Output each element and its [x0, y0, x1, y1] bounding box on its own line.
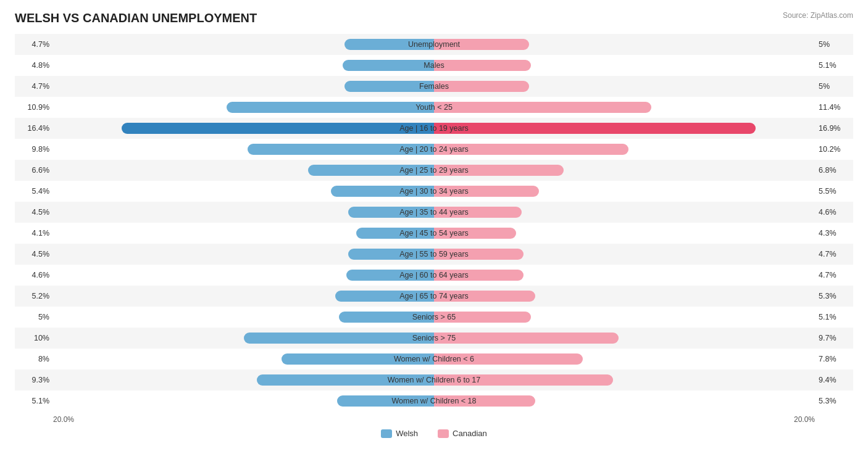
bars-center: Females — [53, 76, 815, 97]
left-bar-wrap — [53, 160, 434, 181]
right-value: 11.4% — [815, 103, 853, 112]
bars-center: Age | 20 to 24 years — [53, 139, 815, 160]
left-bar-wrap — [53, 139, 434, 160]
canadian-bar — [434, 249, 524, 260]
left-value: 9.8% — [15, 145, 53, 154]
bars-center: Women w/ Children < 6 — [53, 349, 815, 370]
welsh-bar — [346, 270, 434, 281]
right-bar-wrap — [434, 97, 815, 118]
left-value: 4.7% — [15, 40, 53, 49]
welsh-bar — [248, 144, 434, 155]
legend: Welsh Canadian — [15, 429, 853, 438]
right-bar-wrap — [434, 391, 815, 411]
bar-row: 4.7%Unemployment5% — [15, 34, 853, 55]
chart-container: WELSH VS CANADIAN UNEMPLOYMENT Source: Z… — [0, 0, 868, 457]
chart-source: Source: ZipAtlas.com — [783, 11, 853, 20]
canadian-bar — [434, 123, 756, 134]
bar-row: 4.8%Males5.1% — [15, 55, 853, 76]
canadian-swatch — [438, 429, 449, 438]
welsh-bar — [343, 60, 434, 71]
left-value: 4.5% — [15, 250, 53, 258]
right-value: 5% — [815, 82, 853, 91]
left-value: 9.3% — [15, 376, 53, 384]
welsh-bar — [308, 165, 434, 176]
right-bar-wrap — [434, 307, 815, 328]
left-value: 10% — [15, 334, 53, 342]
bars-center: Age | 35 to 44 years — [53, 202, 815, 223]
bar-row: 16.4%Age | 16 to 19 years16.9% — [15, 118, 853, 139]
axis-left-label: 20.0% — [53, 415, 74, 424]
right-bar-wrap — [434, 328, 815, 349]
left-bar-wrap — [53, 55, 434, 76]
left-bar-wrap — [53, 34, 434, 55]
right-value: 7.8% — [815, 355, 853, 363]
welsh-bar — [337, 395, 434, 407]
left-value: 5.1% — [15, 397, 53, 405]
left-bar-wrap — [53, 391, 434, 411]
bars-center: Age | 30 to 34 years — [53, 181, 815, 202]
bars-center: Seniors > 65 — [53, 307, 815, 328]
bar-row: 4.7%Females5% — [15, 76, 853, 97]
axis-right-label: 20.0% — [794, 415, 815, 424]
left-bar-wrap — [53, 244, 434, 265]
left-value: 5.2% — [15, 292, 53, 300]
welsh-bar — [344, 39, 434, 50]
right-value: 5% — [815, 40, 853, 49]
right-bar-wrap — [434, 223, 815, 244]
right-value: 4.7% — [815, 271, 853, 279]
left-bar-wrap — [53, 265, 434, 286]
legend-canadian: Canadian — [438, 429, 487, 438]
left-bar-wrap — [53, 202, 434, 223]
right-value: 5.1% — [815, 313, 853, 321]
left-value: 4.1% — [15, 229, 53, 238]
left-value: 4.5% — [15, 208, 53, 217]
left-value: 8% — [15, 355, 53, 363]
canadian-bar — [434, 291, 535, 302]
right-value: 9.4% — [815, 376, 853, 384]
bar-row: 10%Seniors > 759.7% — [15, 328, 853, 349]
right-value: 5.5% — [815, 187, 853, 196]
left-value: 4.6% — [15, 271, 53, 279]
bar-row: 8%Women w/ Children < 67.8% — [15, 349, 853, 370]
canadian-bar — [434, 60, 531, 71]
bar-row: 5%Seniors > 655.1% — [15, 307, 853, 328]
bar-row: 10.9%Youth < 2511.4% — [15, 97, 853, 118]
axis-labels: 20.0% 20.0% — [53, 415, 815, 424]
canadian-bar — [434, 353, 583, 365]
right-bar-wrap — [434, 349, 815, 370]
welsh-bar — [244, 333, 435, 344]
left-bar-wrap — [53, 181, 434, 202]
welsh-swatch — [381, 429, 392, 438]
right-bar-wrap — [434, 286, 815, 307]
right-value: 5.3% — [815, 397, 853, 405]
bars-center: Unemployment — [53, 34, 815, 55]
bars-center: Youth < 25 — [53, 97, 815, 118]
right-value: 5.1% — [815, 61, 853, 70]
right-value: 4.7% — [815, 250, 853, 258]
canadian-bar — [434, 228, 516, 239]
left-bar-wrap — [53, 328, 434, 349]
bar-row: 5.4%Age | 30 to 34 years5.5% — [15, 181, 853, 202]
right-value: 16.9% — [815, 124, 853, 133]
left-bar-wrap — [53, 97, 434, 118]
canadian-bar — [434, 374, 613, 386]
bar-row: 9.8%Age | 20 to 24 years10.2% — [15, 139, 853, 160]
welsh-bar — [335, 291, 434, 302]
canadian-label: Canadian — [453, 429, 487, 438]
left-bar-wrap — [53, 286, 434, 307]
bar-row: 4.1%Age | 45 to 54 years4.3% — [15, 223, 853, 244]
left-bar-wrap — [53, 118, 434, 139]
canadian-bar — [434, 144, 628, 155]
welsh-bar — [356, 228, 434, 239]
left-bar-wrap — [53, 349, 434, 370]
welsh-bar — [348, 207, 434, 218]
right-bar-wrap — [434, 55, 815, 76]
right-value: 4.6% — [815, 208, 853, 217]
canadian-bar — [434, 395, 535, 407]
bar-row: 4.5%Age | 35 to 44 years4.6% — [15, 202, 853, 223]
bars-center: Women w/ Children < 18 — [53, 391, 815, 411]
bars-center: Age | 16 to 19 years — [53, 118, 815, 139]
bar-row: 6.6%Age | 25 to 29 years6.8% — [15, 160, 853, 181]
left-bar-wrap — [53, 76, 434, 97]
welsh-bar — [344, 81, 434, 92]
